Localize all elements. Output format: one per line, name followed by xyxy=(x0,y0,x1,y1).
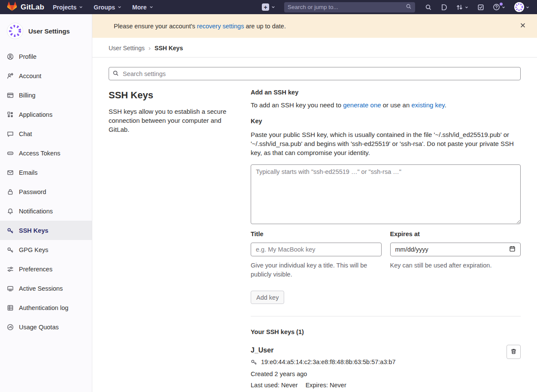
search-icon xyxy=(112,70,119,78)
breadcrumb-divider xyxy=(92,57,537,58)
account-icon xyxy=(7,73,14,79)
help-button[interactable] xyxy=(490,2,509,12)
breadcrumb-user-settings[interactable]: User Settings xyxy=(109,45,145,52)
expires-field-group: Expires at mm/dd/yyyy Key can still be u… xyxy=(390,231,521,279)
settings-sidebar: User Settings Profile Account Billing Ap… xyxy=(0,14,92,392)
recovery-settings-alert: Please ensure your account's recovery se… xyxy=(92,14,537,38)
sidebar-title: User Settings xyxy=(28,27,70,35)
tanuki-icon xyxy=(7,2,17,13)
title-field-group: Title Give your individual key a title. … xyxy=(251,231,382,279)
ssh-key-expires: Expires: Never xyxy=(306,382,346,389)
title-help-text: Give your individual key a title. This w… xyxy=(251,261,382,279)
chevron-down-icon xyxy=(464,5,469,9)
search-button[interactable] xyxy=(422,2,435,12)
preferences-icon xyxy=(7,266,14,273)
settings-search xyxy=(109,67,521,80)
your-ssh-keys-heading: Your SSH keys (1) xyxy=(251,328,521,335)
add-key-button[interactable]: Add key xyxy=(251,291,284,304)
sidebar-item-account[interactable]: Account xyxy=(0,66,92,85)
chevron-down-icon xyxy=(501,5,506,9)
ssh-key-last-used: Last used: Never xyxy=(251,382,298,389)
ssh-key-fingerprint: 19:e0:44:a5:14:c2:3a:e8:f8:48:8b:63:5b:5… xyxy=(261,359,396,365)
new-menu-button[interactable]: + xyxy=(260,2,277,12)
sidebar-item-applications[interactable]: Applications xyxy=(0,105,92,124)
ssh-key-name: J_User xyxy=(251,346,498,354)
breadcrumb-separator-icon: › xyxy=(149,44,151,52)
sidebar-item-ssh-keys[interactable]: SSH Keys xyxy=(0,221,92,240)
authentication-log-icon xyxy=(7,304,14,311)
breadcrumb-current: SSH Keys xyxy=(155,45,183,52)
usage-quotas-icon xyxy=(7,324,14,331)
logo-wordmark: GitLab xyxy=(21,3,44,12)
chevron-down-icon xyxy=(149,5,154,9)
applications-icon xyxy=(7,111,14,118)
sidebar-item-password[interactable]: Password xyxy=(0,182,92,201)
gitlab-logo[interactable]: GitLab xyxy=(4,2,47,13)
chat-icon xyxy=(7,131,14,137)
issues-icon xyxy=(440,4,447,11)
sidebar-item-preferences[interactable]: Preferences xyxy=(0,259,92,279)
issues-button[interactable] xyxy=(437,2,450,12)
user-menu-button[interactable] xyxy=(511,0,533,14)
key-icon xyxy=(251,359,257,365)
ssh-keys-icon xyxy=(7,227,14,234)
search-icon xyxy=(425,4,432,11)
recovery-settings-link[interactable]: recovery settings xyxy=(197,23,244,30)
todo-icon xyxy=(477,4,484,11)
key-label: Key xyxy=(251,118,521,125)
billing-icon xyxy=(7,92,14,99)
ssh-key-created: Created 2 years ago xyxy=(251,371,498,377)
main-content: User Settings › SSH Keys SSH Keys SSH ke… xyxy=(92,38,537,389)
sidebar-item-authentication-log[interactable]: Authentication log xyxy=(0,298,92,317)
global-search-input[interactable] xyxy=(288,4,406,10)
search-icon xyxy=(406,3,412,11)
avatar xyxy=(514,2,524,12)
trash-icon xyxy=(510,348,517,356)
settings-search-input[interactable] xyxy=(109,67,521,80)
close-icon xyxy=(520,22,526,30)
breadcrumb: User Settings › SSH Keys xyxy=(109,38,521,57)
sidebar-item-chat[interactable]: Chat xyxy=(0,124,92,143)
sidebar-item-access-tokens[interactable]: Access Tokens xyxy=(0,143,92,163)
active-sessions-icon xyxy=(7,285,14,292)
sidebar-item-active-sessions[interactable]: Active Sessions xyxy=(0,279,92,298)
sidebar-item-profile[interactable]: Profile xyxy=(0,47,92,66)
sidebar-item-notifications[interactable]: Notifications xyxy=(0,201,92,221)
existing-key-link[interactable]: existing key xyxy=(411,101,444,109)
add-ssh-key-intro: To add an SSH key you need to generate o… xyxy=(251,101,521,109)
sidebar-item-gpg-keys[interactable]: GPG Keys xyxy=(0,240,92,259)
delete-key-button[interactable] xyxy=(507,345,521,359)
merge-requests-button[interactable] xyxy=(453,2,472,12)
alert-text: Please ensure your account's recovery se… xyxy=(114,23,286,30)
nav-menu-more[interactable]: More xyxy=(128,2,158,13)
expires-date-input[interactable]: mm/dd/yyyy xyxy=(390,243,521,256)
emails-icon xyxy=(7,169,14,176)
chevron-down-icon xyxy=(525,5,530,9)
ssh-key-textarea[interactable] xyxy=(251,164,521,224)
nav-menu-groups[interactable]: Groups xyxy=(89,2,126,13)
calendar-icon[interactable] xyxy=(509,246,516,253)
sidebar-item-billing[interactable]: Billing xyxy=(0,85,92,105)
profile-icon xyxy=(7,53,14,60)
section-divider xyxy=(251,316,521,316)
notification-dot xyxy=(500,3,503,6)
expires-help-text: Key can still be used after expiration. xyxy=(390,261,521,270)
merge-request-icon xyxy=(456,4,463,11)
todos-button[interactable] xyxy=(474,2,487,12)
sidebar-item-emails[interactable]: Emails xyxy=(0,163,92,182)
help-icon xyxy=(493,3,500,11)
top-navbar: GitLab Projects Groups More + xyxy=(0,0,537,14)
nav-menu-projects[interactable]: Projects xyxy=(49,2,88,13)
page-description: SSH keys allow you to establish a secure… xyxy=(109,107,231,134)
key-help-text: Paste your public SSH key, which is usua… xyxy=(251,130,521,157)
sidebar-item-usage-quotas[interactable]: Usage Quotas xyxy=(0,317,92,337)
generate-one-link[interactable]: generate one xyxy=(343,101,381,109)
title-label: Title xyxy=(251,231,382,237)
chevron-down-icon xyxy=(271,4,276,11)
global-search[interactable] xyxy=(284,2,415,12)
ssh-key-list-item: J_User 19:e0:44:a5:14:c2:3a:e8:f8:48:8b:… xyxy=(251,346,521,389)
plus-icon: + xyxy=(262,3,269,11)
page-title: SSH Keys xyxy=(109,90,231,101)
alert-close-button[interactable] xyxy=(518,21,528,31)
title-input[interactable] xyxy=(251,243,382,256)
